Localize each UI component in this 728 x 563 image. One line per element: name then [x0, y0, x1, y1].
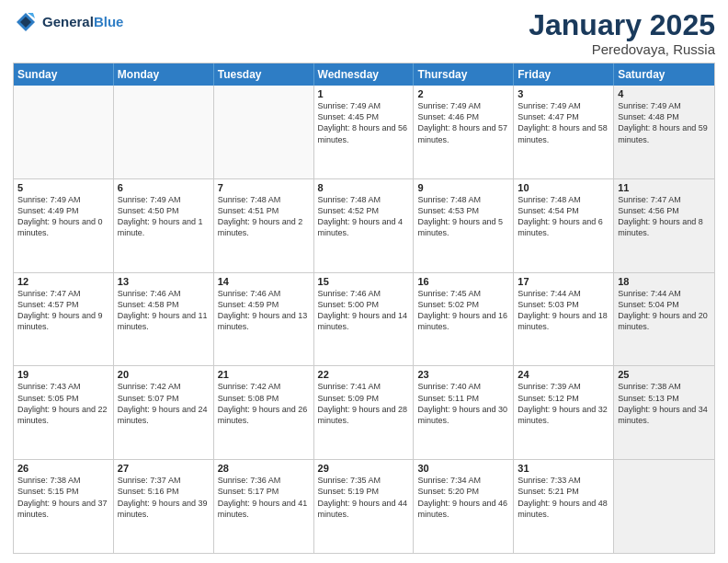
- day-number: 16: [417, 276, 509, 287]
- empty-cell: [214, 86, 314, 178]
- header-day-sunday: Sunday: [14, 63, 114, 86]
- logo-text: GeneralBlue: [42, 14, 123, 30]
- day-info: Sunrise: 7:42 AM Sunset: 5:07 PM Dayligh…: [118, 381, 210, 426]
- day-info: Sunrise: 7:42 AM Sunset: 5:08 PM Dayligh…: [218, 381, 310, 426]
- day-cell-22: 22Sunrise: 7:41 AM Sunset: 5:09 PM Dayli…: [314, 366, 415, 459]
- day-info: Sunrise: 7:47 AM Sunset: 4:57 PM Dayligh…: [17, 288, 109, 333]
- day-cell-28: 28Sunrise: 7:36 AM Sunset: 5:17 PM Dayli…: [214, 460, 314, 553]
- day-number: 24: [518, 369, 609, 380]
- day-info: Sunrise: 7:49 AM Sunset: 4:46 PM Dayligh…: [417, 100, 509, 145]
- day-cell-19: 19Sunrise: 7:43 AM Sunset: 5:05 PM Dayli…: [14, 366, 114, 459]
- day-info: Sunrise: 7:44 AM Sunset: 5:03 PM Dayligh…: [518, 288, 609, 333]
- week-row-2: 5Sunrise: 7:49 AM Sunset: 4:49 PM Daylig…: [14, 178, 714, 272]
- day-info: Sunrise: 7:46 AM Sunset: 4:59 PM Dayligh…: [218, 288, 310, 333]
- day-info: Sunrise: 7:39 AM Sunset: 5:12 PM Dayligh…: [518, 381, 609, 426]
- header-day-wednesday: Wednesday: [314, 63, 415, 86]
- calendar: SundayMondayTuesdayWednesdayThursdayFrid…: [13, 63, 715, 554]
- day-info: Sunrise: 7:40 AM Sunset: 5:11 PM Dayligh…: [417, 381, 509, 426]
- header-day-thursday: Thursday: [414, 63, 514, 86]
- day-info: Sunrise: 7:49 AM Sunset: 4:48 PM Dayligh…: [618, 100, 711, 145]
- day-info: Sunrise: 7:48 AM Sunset: 4:53 PM Dayligh…: [417, 194, 509, 239]
- calendar-title: January 2025: [529, 9, 715, 41]
- day-cell-23: 23Sunrise: 7:40 AM Sunset: 5:11 PM Dayli…: [414, 366, 514, 459]
- day-cell-8: 8Sunrise: 7:48 AM Sunset: 4:52 PM Daylig…: [314, 179, 415, 272]
- header-day-saturday: Saturday: [614, 63, 714, 86]
- day-cell-26: 26Sunrise: 7:38 AM Sunset: 5:15 PM Dayli…: [14, 460, 114, 553]
- day-info: Sunrise: 7:37 AM Sunset: 5:16 PM Dayligh…: [118, 475, 210, 520]
- day-cell-15: 15Sunrise: 7:46 AM Sunset: 5:00 PM Dayli…: [314, 273, 415, 366]
- day-info: Sunrise: 7:35 AM Sunset: 5:19 PM Dayligh…: [318, 475, 410, 520]
- week-row-5: 26Sunrise: 7:38 AM Sunset: 5:15 PM Dayli…: [14, 459, 714, 553]
- day-cell-4: 4Sunrise: 7:49 AM Sunset: 4:48 PM Daylig…: [614, 86, 714, 178]
- day-info: Sunrise: 7:49 AM Sunset: 4:47 PM Dayligh…: [518, 100, 609, 145]
- day-info: Sunrise: 7:43 AM Sunset: 5:05 PM Dayligh…: [17, 381, 109, 426]
- day-info: Sunrise: 7:44 AM Sunset: 5:04 PM Dayligh…: [618, 288, 711, 333]
- day-cell-5: 5Sunrise: 7:49 AM Sunset: 4:49 PM Daylig…: [14, 179, 114, 272]
- day-info: Sunrise: 7:46 AM Sunset: 4:58 PM Dayligh…: [118, 288, 210, 333]
- day-number: 20: [118, 369, 210, 380]
- day-number: 4: [618, 88, 711, 99]
- day-cell-3: 3Sunrise: 7:49 AM Sunset: 4:47 PM Daylig…: [514, 86, 614, 178]
- day-number: 25: [618, 369, 711, 380]
- day-info: Sunrise: 7:36 AM Sunset: 5:17 PM Dayligh…: [218, 475, 310, 520]
- day-info: Sunrise: 7:38 AM Sunset: 5:13 PM Dayligh…: [618, 381, 711, 426]
- day-cell-6: 6Sunrise: 7:49 AM Sunset: 4:50 PM Daylig…: [114, 179, 214, 272]
- day-number: 30: [417, 463, 509, 474]
- day-number: 11: [618, 182, 711, 193]
- day-info: Sunrise: 7:48 AM Sunset: 4:51 PM Dayligh…: [218, 194, 310, 239]
- header-day-monday: Monday: [114, 63, 214, 86]
- header-day-tuesday: Tuesday: [214, 63, 314, 86]
- day-cell-13: 13Sunrise: 7:46 AM Sunset: 4:58 PM Dayli…: [114, 273, 214, 366]
- day-info: Sunrise: 7:33 AM Sunset: 5:21 PM Dayligh…: [518, 475, 609, 520]
- empty-cell: [114, 86, 214, 178]
- day-info: Sunrise: 7:41 AM Sunset: 5:09 PM Dayligh…: [318, 381, 410, 426]
- day-number: 5: [17, 182, 109, 193]
- day-number: 2: [417, 88, 509, 99]
- day-number: 31: [518, 463, 609, 474]
- day-info: Sunrise: 7:47 AM Sunset: 4:56 PM Dayligh…: [618, 194, 711, 239]
- day-number: 22: [318, 369, 410, 380]
- week-row-1: 1Sunrise: 7:49 AM Sunset: 4:45 PM Daylig…: [14, 86, 714, 178]
- day-info: Sunrise: 7:38 AM Sunset: 5:15 PM Dayligh…: [17, 475, 109, 520]
- day-cell-14: 14Sunrise: 7:46 AM Sunset: 4:59 PM Dayli…: [214, 273, 314, 366]
- header: GeneralBlue January 2025 Peredovaya, Rus…: [13, 9, 715, 57]
- day-info: Sunrise: 7:49 AM Sunset: 4:45 PM Dayligh…: [318, 100, 410, 145]
- day-number: 21: [218, 369, 310, 380]
- day-cell-29: 29Sunrise: 7:35 AM Sunset: 5:19 PM Dayli…: [314, 460, 415, 553]
- day-number: 17: [518, 276, 609, 287]
- day-cell-21: 21Sunrise: 7:42 AM Sunset: 5:08 PM Dayli…: [214, 366, 314, 459]
- logo: GeneralBlue: [13, 9, 123, 35]
- day-cell-16: 16Sunrise: 7:45 AM Sunset: 5:02 PM Dayli…: [414, 273, 514, 366]
- day-info: Sunrise: 7:48 AM Sunset: 4:54 PM Dayligh…: [518, 194, 609, 239]
- day-number: 29: [318, 463, 410, 474]
- empty-cell: [614, 460, 714, 553]
- empty-cell: [14, 86, 114, 178]
- day-number: 8: [318, 182, 410, 193]
- logo-general: GeneralBlue: [42, 14, 123, 30]
- day-cell-25: 25Sunrise: 7:38 AM Sunset: 5:13 PM Dayli…: [614, 366, 714, 459]
- day-number: 10: [518, 182, 609, 193]
- calendar-body: 1Sunrise: 7:49 AM Sunset: 4:45 PM Daylig…: [14, 86, 714, 553]
- day-cell-31: 31Sunrise: 7:33 AM Sunset: 5:21 PM Dayli…: [514, 460, 614, 553]
- day-number: 7: [218, 182, 310, 193]
- day-info: Sunrise: 7:49 AM Sunset: 4:50 PM Dayligh…: [118, 194, 210, 239]
- day-info: Sunrise: 7:45 AM Sunset: 5:02 PM Dayligh…: [417, 288, 509, 333]
- header-day-friday: Friday: [514, 63, 614, 86]
- day-cell-12: 12Sunrise: 7:47 AM Sunset: 4:57 PM Dayli…: [14, 273, 114, 366]
- day-cell-11: 11Sunrise: 7:47 AM Sunset: 4:56 PM Dayli…: [614, 179, 714, 272]
- day-number: 1: [318, 88, 410, 99]
- day-number: 18: [618, 276, 711, 287]
- calendar-subtitle: Peredovaya, Russia: [529, 41, 715, 57]
- day-cell-2: 2Sunrise: 7:49 AM Sunset: 4:46 PM Daylig…: [414, 86, 514, 178]
- day-cell-18: 18Sunrise: 7:44 AM Sunset: 5:04 PM Dayli…: [614, 273, 714, 366]
- day-number: 6: [118, 182, 210, 193]
- day-cell-17: 17Sunrise: 7:44 AM Sunset: 5:03 PM Dayli…: [514, 273, 614, 366]
- day-number: 28: [218, 463, 310, 474]
- day-info: Sunrise: 7:34 AM Sunset: 5:20 PM Dayligh…: [417, 475, 509, 520]
- day-number: 19: [17, 369, 109, 380]
- day-number: 15: [318, 276, 410, 287]
- day-number: 27: [118, 463, 210, 474]
- day-number: 26: [17, 463, 109, 474]
- day-cell-27: 27Sunrise: 7:37 AM Sunset: 5:16 PM Dayli…: [114, 460, 214, 553]
- week-row-4: 19Sunrise: 7:43 AM Sunset: 5:05 PM Dayli…: [14, 365, 714, 459]
